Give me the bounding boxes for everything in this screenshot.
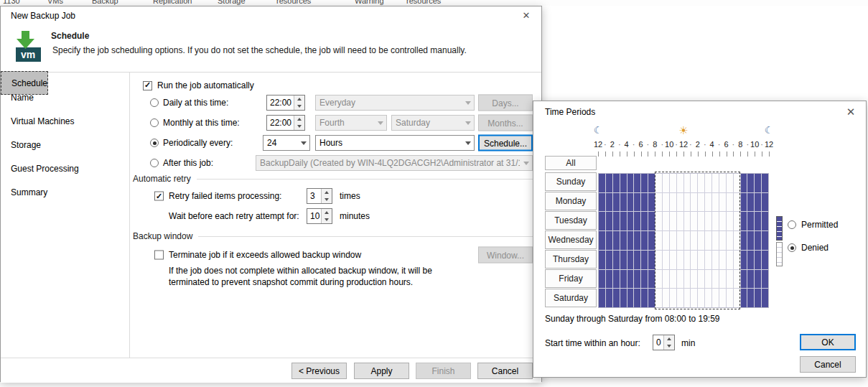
grid-cell[interactable]	[620, 270, 627, 289]
grid-cell[interactable]	[741, 289, 747, 307]
grid-cell[interactable]	[747, 174, 754, 192]
grid-cell[interactable]	[648, 193, 655, 212]
grid-cell[interactable]	[627, 212, 634, 230]
grid-cell[interactable]	[755, 270, 761, 289]
grid-cell[interactable]	[762, 212, 768, 230]
start-time-spinner[interactable]: 0	[653, 335, 675, 350]
grid-cell[interactable]	[599, 289, 605, 307]
grid-cell[interactable]	[747, 270, 754, 289]
grid-cell[interactable]	[755, 231, 761, 250]
ok-button[interactable]: OK	[800, 334, 856, 350]
grid-cell[interactable]	[599, 251, 605, 269]
new-backup-job-titlebar[interactable]: New Backup Job ✕	[1, 6, 541, 25]
grid-cell[interactable]	[747, 212, 754, 230]
grid-cell[interactable]	[755, 174, 761, 192]
spinner-up-down-icons[interactable]	[663, 335, 674, 350]
grid-cell[interactable]	[755, 193, 761, 212]
grid-cell[interactable]	[606, 270, 612, 289]
grid-cell[interactable]	[634, 193, 640, 212]
grid-cell[interactable]	[606, 289, 612, 307]
grid-cell[interactable]	[641, 251, 648, 269]
schedule-button[interactable]: Schedule...	[478, 135, 533, 151]
denied-option[interactable]: Denied	[788, 242, 829, 253]
grid-cell[interactable]	[634, 251, 640, 269]
grid-cell[interactable]	[747, 251, 754, 269]
spinner-up-down-icons[interactable]	[321, 209, 332, 223]
grid-cell[interactable]	[755, 212, 761, 230]
grid-cell[interactable]	[634, 212, 640, 230]
grid-cell[interactable]	[613, 251, 620, 269]
grid-cell[interactable]	[606, 251, 612, 269]
sidebar-item-schedule[interactable]: Schedule	[1, 71, 48, 95]
grid-cell[interactable]	[641, 193, 648, 212]
grid-cell[interactable]	[620, 289, 627, 307]
grid-cell[interactable]	[641, 174, 648, 192]
grid-cell[interactable]	[762, 231, 768, 250]
grid-cell[interactable]	[762, 174, 768, 192]
day-button-sunday[interactable]: Sunday	[545, 172, 597, 191]
grid-cell[interactable]	[641, 231, 648, 250]
grid-cell[interactable]	[634, 231, 640, 250]
grid-cell[interactable]	[648, 251, 655, 269]
grid-cell[interactable]	[620, 231, 627, 250]
sidebar-item-guest-processing[interactable]: Guest Processing	[1, 157, 129, 180]
spinner-up-down-icons[interactable]	[294, 116, 304, 130]
grid-cell[interactable]	[613, 231, 620, 250]
grid-cell[interactable]	[613, 193, 620, 212]
grid-cell[interactable]	[620, 212, 627, 230]
retry-wait-spinner[interactable]: 10	[307, 208, 332, 224]
grid-cell[interactable]	[627, 251, 634, 269]
grid-cell[interactable]	[741, 174, 747, 192]
grid-cell[interactable]	[741, 193, 747, 212]
grid-cell[interactable]	[755, 251, 761, 269]
sidebar-item-virtual-machines[interactable]: Virtual Machines	[1, 109, 129, 133]
grid-cell[interactable]	[741, 212, 747, 230]
grid-cell[interactable]	[747, 289, 754, 307]
grid-cell[interactable]	[627, 193, 634, 212]
grid-cell[interactable]	[613, 270, 620, 289]
grid-cell[interactable]	[648, 212, 655, 230]
day-button-saturday[interactable]: Saturday	[545, 289, 597, 307]
grid-cell[interactable]	[606, 174, 612, 192]
grid-cell[interactable]	[741, 231, 747, 250]
daily-radio[interactable]	[150, 98, 159, 107]
grid-cell[interactable]	[762, 289, 768, 307]
periodically-unit-dropdown[interactable]: Hours	[315, 135, 475, 151]
monthly-radio[interactable]	[150, 118, 159, 127]
permitted-radio[interactable]	[788, 220, 796, 229]
day-button-monday[interactable]: Monday	[545, 192, 597, 210]
grid-cell[interactable]	[627, 270, 634, 289]
daily-time-spinner[interactable]: 22:00	[266, 95, 305, 111]
grid-cell[interactable]	[613, 174, 620, 192]
grid-cell[interactable]	[620, 193, 627, 212]
grid-cell[interactable]	[762, 251, 768, 269]
grid-cell[interactable]	[747, 193, 754, 212]
grid-cell[interactable]	[741, 251, 747, 269]
grid-cell[interactable]	[641, 289, 648, 307]
grid-cell[interactable]	[648, 270, 655, 289]
run-automatically-checkbox[interactable]: ✓	[143, 81, 152, 90]
grid-cell[interactable]	[606, 212, 612, 230]
sidebar-item-storage[interactable]: Storage	[1, 133, 129, 157]
grid-cell[interactable]	[599, 212, 605, 230]
spinner-up-down-icons[interactable]	[294, 95, 304, 110]
grid-cell[interactable]	[747, 231, 754, 250]
grid-cell[interactable]	[627, 174, 634, 192]
monthly-time-spinner[interactable]: 22:00	[266, 115, 305, 131]
day-button-friday[interactable]: Friday	[545, 269, 597, 288]
day-button-tuesday[interactable]: Tuesday	[545, 211, 597, 230]
grid-cell[interactable]	[613, 289, 620, 307]
day-button-wednesday[interactable]: Wednesday	[545, 230, 597, 249]
grid-cell[interactable]	[634, 289, 640, 307]
time-periods-titlebar[interactable]: Time Periods ✕	[533, 101, 866, 123]
grid-cell[interactable]	[762, 193, 768, 212]
spinner-up-down-icons[interactable]	[321, 189, 332, 203]
grid-cell[interactable]	[641, 270, 648, 289]
cancel-button[interactable]: Cancel	[477, 363, 533, 379]
periodically-radio[interactable]	[150, 139, 159, 147]
grid-cell[interactable]	[599, 231, 605, 250]
grid-cell[interactable]	[599, 270, 605, 289]
grid-cell[interactable]	[648, 231, 655, 250]
grid-cell[interactable]	[634, 270, 640, 289]
day-button-thursday[interactable]: Thursday	[545, 250, 597, 269]
